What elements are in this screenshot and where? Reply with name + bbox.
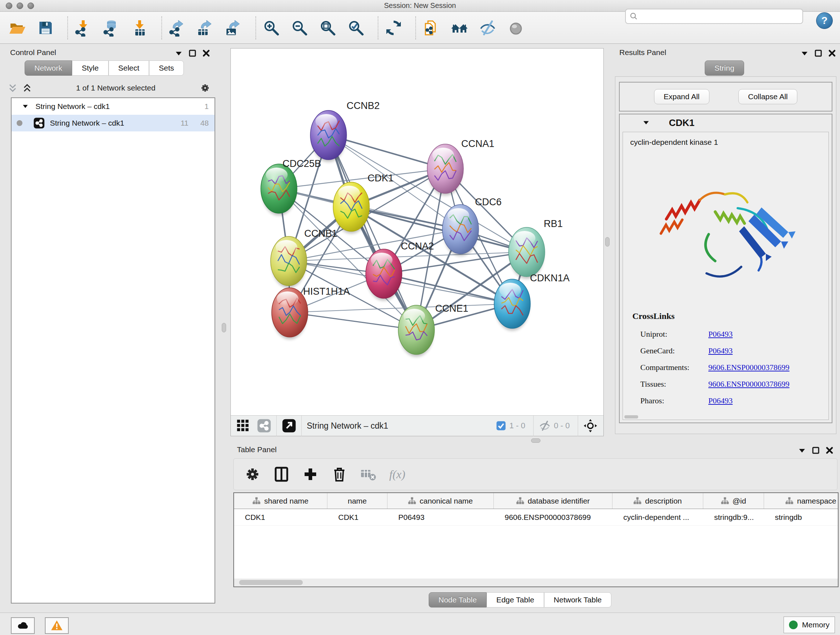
- tab-select[interactable]: Select: [109, 60, 149, 76]
- node-CCNB1[interactable]: CCNB1: [271, 228, 338, 288]
- network-row[interactable]: String Network – cdk1 11 48: [11, 115, 215, 131]
- tab-node-table[interactable]: Node Table: [429, 592, 486, 608]
- table-row[interactable]: CDK1CDK1P064939606.ENSP00000378699cyclin…: [234, 509, 838, 526]
- close-panel-icon[interactable]: [825, 446, 834, 455]
- zoom-in-icon[interactable]: [263, 19, 281, 37]
- left-splitter-handle[interactable]: [222, 323, 226, 333]
- table-cell[interactable]: cyclin-dependent ...: [613, 509, 703, 525]
- save-session-icon[interactable]: [37, 19, 56, 37]
- function-icon[interactable]: f(x): [388, 465, 407, 484]
- open-session-icon[interactable]: [9, 19, 27, 37]
- fit-content-crosshair-icon[interactable]: [583, 418, 598, 433]
- zoom-selected-icon[interactable]: [347, 19, 366, 37]
- zoom-out-icon[interactable]: [291, 19, 309, 37]
- network-collection-row[interactable]: String Network – cdk1 1: [11, 98, 215, 115]
- collapse-all-button[interactable]: Collapse All: [738, 89, 798, 104]
- birdseye-view-icon[interactable]: [282, 418, 296, 433]
- column-header[interactable]: name: [327, 493, 387, 509]
- table-cell[interactable]: stringdb:9...: [703, 509, 764, 525]
- collapse-all-icon[interactable]: [8, 83, 17, 93]
- tab-style[interactable]: Style: [72, 60, 109, 76]
- table-cell[interactable]: CDK1: [327, 509, 387, 525]
- show-graphics-details-icon[interactable]: [507, 19, 526, 37]
- section-expand-icon[interactable]: [642, 119, 650, 127]
- edge-HIST1H1A-CCNE1[interactable]: [290, 312, 416, 330]
- selected-checkbox-icon[interactable]: [496, 420, 507, 431]
- network-canvas[interactable]: CCNB2CCNA1CDC25BCDK1CDC6RB1CCNB1CCNA2CDK…: [231, 48, 604, 436]
- crosslink-link[interactable]: 9606.ENSP00000378699: [708, 379, 789, 389]
- warning-button[interactable]: [45, 617, 69, 634]
- close-panel-icon[interactable]: [202, 49, 210, 57]
- add-icon[interactable]: [302, 465, 321, 484]
- node-CDKN1A[interactable]: CDKN1A: [494, 272, 570, 331]
- column-header[interactable]: shared name: [234, 493, 327, 509]
- trash-icon[interactable]: [331, 465, 349, 484]
- expand-all-icon[interactable]: [22, 83, 32, 93]
- import-table-icon[interactable]: [131, 19, 150, 37]
- gear-icon[interactable]: [244, 465, 263, 484]
- hidden-eye-icon[interactable]: [538, 420, 551, 432]
- tab-sets[interactable]: Sets: [149, 60, 184, 76]
- cloud-button[interactable]: [11, 617, 35, 634]
- node-CCNE1[interactable]: CCNE1: [398, 303, 469, 356]
- crosslink-link[interactable]: P06493: [708, 396, 733, 405]
- column-header[interactable]: namespace: [764, 493, 838, 509]
- results-scrollbar-thumb[interactable]: [624, 415, 638, 418]
- network-graph[interactable]: CCNB2CCNA1CDC25BCDK1CDC6RB1CCNB1CCNA2CDK…: [231, 49, 603, 416]
- collapse-panel-icon[interactable]: [798, 446, 806, 455]
- column-header[interactable]: description: [613, 493, 703, 509]
- right-splitter-handle[interactable]: [605, 237, 609, 247]
- edge-CCNB2-CCNE1[interactable]: [328, 135, 416, 330]
- delete-table-icon[interactable]: [360, 465, 378, 484]
- export-table-icon[interactable]: [197, 19, 216, 37]
- crosslink-link[interactable]: P06493: [708, 329, 733, 339]
- refresh-icon[interactable]: [385, 19, 404, 37]
- columns-icon[interactable]: [273, 465, 292, 484]
- export-image-icon[interactable]: [225, 19, 244, 37]
- memory-button[interactable]: Memory: [783, 616, 835, 633]
- import-network-file-icon[interactable]: [74, 19, 93, 37]
- import-network-database-icon[interactable]: [103, 19, 122, 37]
- export-network-icon[interactable]: [169, 19, 187, 37]
- string-results-container: Expand All Collapse All CDK1 cyclin-depe…: [615, 76, 836, 434]
- hide-graphics-details-icon[interactable]: [479, 19, 498, 37]
- column-header[interactable]: canonical name: [387, 493, 494, 509]
- collapse-panel-icon[interactable]: [800, 49, 809, 57]
- tab-network-table[interactable]: Network Table: [544, 592, 612, 608]
- edge-CDKN1A-HIST1H1A[interactable]: [290, 304, 512, 312]
- help-button[interactable]: ?: [816, 12, 833, 29]
- float-panel-icon[interactable]: [814, 49, 823, 57]
- tab-string[interactable]: String: [705, 60, 744, 76]
- table-cell[interactable]: 9606.ENSP00000378699: [494, 509, 613, 525]
- network-options-gear-icon[interactable]: [200, 82, 210, 93]
- node-CCNA1[interactable]: CCNA1: [427, 138, 494, 195]
- collapse-panel-icon[interactable]: [174, 49, 183, 57]
- node-CCNB2[interactable]: CCNB2: [310, 100, 380, 162]
- crosslink-link[interactable]: P06493: [708, 346, 733, 356]
- grid-view-icon[interactable]: [236, 418, 250, 433]
- tab-network[interactable]: Network: [25, 60, 72, 76]
- column-header[interactable]: @id: [703, 493, 764, 509]
- search-input[interactable]: [638, 10, 802, 23]
- column-header[interactable]: database identifier: [494, 493, 613, 509]
- protein-section-header[interactable]: CDK1: [620, 114, 832, 131]
- table-cell[interactable]: P06493: [387, 509, 494, 525]
- node-RB1[interactable]: RB1: [508, 218, 563, 279]
- node-CDC6[interactable]: CDC6: [442, 196, 502, 256]
- tab-edge-table[interactable]: Edge Table: [486, 592, 544, 608]
- table-horizontal-scrollbar[interactable]: [234, 578, 838, 586]
- zoom-fit-icon[interactable]: [319, 19, 338, 37]
- document-share-icon[interactable]: [423, 19, 441, 37]
- float-panel-icon[interactable]: [812, 446, 820, 455]
- expand-all-button[interactable]: Expand All: [654, 89, 709, 104]
- table-cell[interactable]: stringdb: [764, 509, 838, 525]
- houses-icon[interactable]: [451, 19, 470, 37]
- table-cell[interactable]: CDK1: [234, 509, 327, 525]
- share-view-icon[interactable]: [257, 418, 271, 433]
- collection-expand-icon[interactable]: [22, 103, 29, 110]
- close-panel-icon[interactable]: [828, 49, 836, 57]
- crosslink-link[interactable]: 9606.ENSP00000378699: [708, 363, 789, 372]
- float-panel-icon[interactable]: [188, 49, 197, 57]
- scrollbar-thumb[interactable]: [239, 580, 303, 585]
- node-HIST1H1A[interactable]: HIST1H1A: [272, 286, 350, 339]
